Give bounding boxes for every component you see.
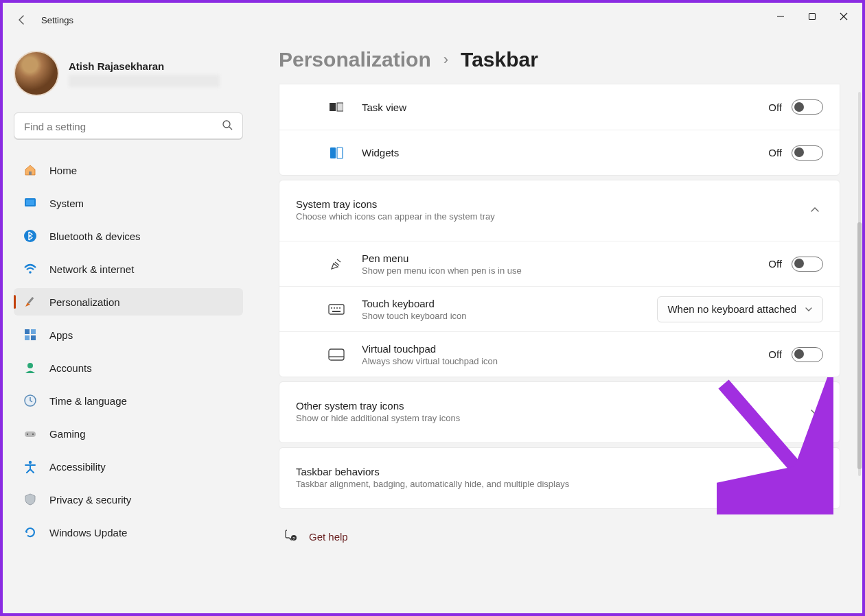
accessibility-icon xyxy=(23,460,37,473)
svg-rect-12 xyxy=(25,335,30,340)
nav-update[interactable]: Windows Update xyxy=(14,519,243,546)
svg-point-26 xyxy=(334,307,335,309)
system-tray-header[interactable]: System tray icons Choose which icons can… xyxy=(279,180,840,241)
svg-rect-16 xyxy=(25,431,36,437)
touch-keyboard-dropdown[interactable]: When no keyboard attached xyxy=(657,296,823,322)
system-icon xyxy=(23,196,37,210)
user-email-blurred xyxy=(69,75,220,87)
svg-rect-29 xyxy=(332,311,341,312)
back-button[interactable] xyxy=(8,6,36,34)
search-icon xyxy=(222,119,233,133)
user-profile[interactable]: Atish Rajasekharan xyxy=(14,51,243,96)
update-icon xyxy=(23,525,37,539)
taskbar-items-card: Task view Off Widgets Off xyxy=(279,84,840,176)
svg-rect-9 xyxy=(27,297,34,304)
avatar xyxy=(14,51,59,96)
svg-point-25 xyxy=(331,307,332,309)
nav-label: Network & internet xyxy=(49,263,134,275)
minimize-button[interactable] xyxy=(765,5,796,27)
gamepad-icon xyxy=(23,427,37,440)
nav-label: Gaming xyxy=(49,428,86,440)
virtual-touchpad-toggle[interactable]: Off xyxy=(768,347,823,362)
search-box[interactable] xyxy=(14,112,243,140)
svg-rect-6 xyxy=(26,200,34,205)
apps-icon xyxy=(23,328,37,342)
svg-point-2 xyxy=(223,121,230,128)
pen-toggle[interactable]: Off xyxy=(768,257,823,272)
widgets-toggle[interactable]: Off xyxy=(768,145,823,161)
nav-list: Home System Bluetooth & devices Network … xyxy=(14,154,243,549)
search-input[interactable] xyxy=(24,121,222,132)
nav-privacy[interactable]: Privacy & security xyxy=(14,486,243,513)
svg-rect-4 xyxy=(29,171,32,175)
get-help-row[interactable]: ? Get help xyxy=(279,528,840,545)
svg-point-8 xyxy=(29,271,32,274)
svg-rect-1 xyxy=(809,14,816,20)
nav-apps[interactable]: Apps xyxy=(14,321,243,348)
svg-line-3 xyxy=(229,127,232,130)
pen-menu-row: Pen menu Show pen menu icon when pen is … xyxy=(279,241,840,286)
nav-home[interactable]: Home xyxy=(14,156,243,184)
maximize-button[interactable] xyxy=(796,5,828,27)
svg-rect-24 xyxy=(329,305,344,314)
nav-accounts[interactable]: Accounts xyxy=(14,354,243,381)
switch-off[interactable] xyxy=(792,257,823,272)
switch-off[interactable] xyxy=(792,347,823,362)
keyboard-icon xyxy=(327,300,345,318)
other-tray-card[interactable]: Other system tray icons Show or hide add… xyxy=(279,381,840,443)
nav-personalization[interactable]: Personalization xyxy=(14,288,243,316)
svg-rect-23 xyxy=(337,147,343,158)
widgets-icon xyxy=(327,144,345,162)
nav-label: Privacy & security xyxy=(49,494,131,506)
titlebar: Settings xyxy=(3,3,862,37)
switch-off[interactable] xyxy=(792,99,823,115)
task-view-row: Task view Off xyxy=(279,84,840,130)
row-title: Task view xyxy=(362,102,768,113)
svg-rect-22 xyxy=(330,147,336,158)
nav-label: Home xyxy=(49,165,77,176)
clock-icon xyxy=(23,394,37,407)
close-button[interactable] xyxy=(828,5,860,27)
svg-rect-21 xyxy=(337,103,343,111)
svg-point-28 xyxy=(339,307,341,309)
svg-point-18 xyxy=(32,434,34,435)
task-view-toggle[interactable]: Off xyxy=(768,99,823,115)
nav-gaming[interactable]: Gaming xyxy=(14,420,243,447)
svg-point-17 xyxy=(27,434,28,435)
virtual-touchpad-row: Virtual touchpad Always show virtual tou… xyxy=(279,331,840,377)
chevron-up-icon[interactable] xyxy=(807,202,823,218)
svg-point-14 xyxy=(27,363,33,368)
nav-network[interactable]: Network & internet xyxy=(14,255,243,283)
nav-label: Windows Update xyxy=(49,527,127,538)
taskbar-behaviors-card[interactable]: Taskbar behaviors Taskbar alignment, bad… xyxy=(279,447,840,509)
pen-icon xyxy=(327,255,345,273)
nav-label: Time & language xyxy=(49,395,127,407)
widgets-row: Widgets Off xyxy=(279,130,840,175)
nav-time[interactable]: Time & language xyxy=(14,387,243,414)
breadcrumb-current: Taskbar xyxy=(461,48,538,71)
shield-icon xyxy=(23,493,37,506)
bluetooth-icon xyxy=(23,229,37,243)
touchpad-icon xyxy=(327,346,345,364)
get-help-link[interactable]: Get help xyxy=(309,531,348,543)
nav-label: Personalization xyxy=(49,296,120,308)
nav-bluetooth[interactable]: Bluetooth & devices xyxy=(14,222,243,250)
chevron-right-icon: › xyxy=(443,51,448,69)
nav-system[interactable]: System xyxy=(14,189,243,217)
scrollbar-thumb[interactable] xyxy=(857,222,862,469)
nav-label: Accessibility xyxy=(49,461,106,473)
row-title: Widgets xyxy=(362,147,768,158)
app-title: Settings xyxy=(41,15,73,25)
breadcrumb: Personalization › Taskbar xyxy=(279,48,840,71)
svg-point-27 xyxy=(336,307,338,309)
nav-accessibility[interactable]: Accessibility xyxy=(14,453,243,480)
switch-off[interactable] xyxy=(792,145,823,161)
main-content: Personalization › Taskbar Task view Off … xyxy=(257,37,862,613)
breadcrumb-parent[interactable]: Personalization xyxy=(279,48,431,71)
chevron-down-icon[interactable] xyxy=(807,403,823,420)
nav-label: Bluetooth & devices xyxy=(49,230,141,242)
chevron-down-icon[interactable] xyxy=(807,469,823,486)
nav-label: Apps xyxy=(49,329,73,341)
person-icon xyxy=(23,361,37,375)
svg-rect-30 xyxy=(329,349,344,360)
